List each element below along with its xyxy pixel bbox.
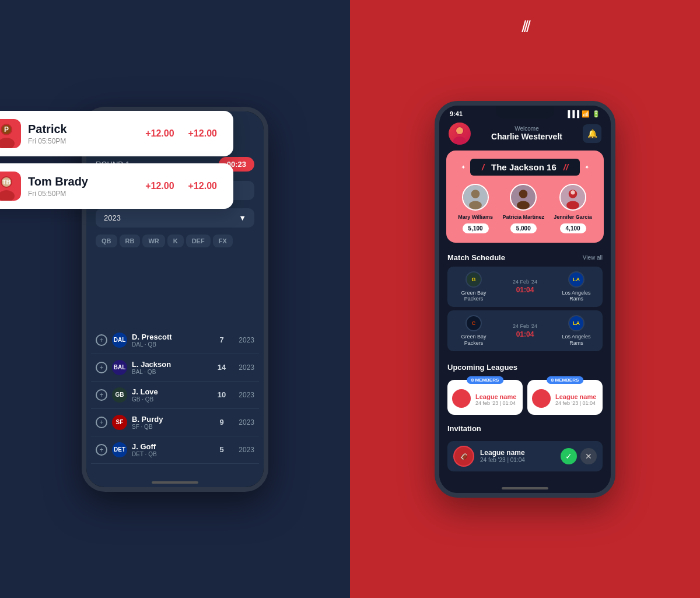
team-logo: SF (112, 415, 127, 430)
away-team: LA Los Angeles Rams (556, 315, 597, 347)
wifi-icon: 📶 (582, 110, 590, 118)
team-logo: LA (568, 315, 584, 331)
player-year: 2023 (233, 363, 254, 372)
section-header: Match Schedule View all (447, 253, 603, 262)
player-score-1: +12.00 (145, 128, 174, 139)
team-name: Green Bay Packers (453, 334, 494, 347)
player-team: DAL · QB (132, 341, 210, 348)
match-row[interactable]: G Green Bay Packers 24 Feb '24 01:04 LA … (447, 267, 603, 307)
player-team: DET · QB (132, 451, 210, 457)
player-card-brady[interactable]: TB Tom Brady Fri 05:50PM +12.00 +12.00 (0, 163, 233, 209)
svg-point-1 (0, 138, 15, 148)
member-score: 5,100 (463, 223, 489, 233)
leagues-row: 8 MEMBERS League name 24 feb '23 | 01:04… (439, 380, 611, 419)
pos-tab-fx[interactable]: FX (213, 235, 233, 247)
player-name: L. Jackson (132, 360, 210, 369)
svg-point-10 (456, 127, 463, 134)
member-avatar (462, 184, 489, 211)
add-player-button[interactable]: + (96, 444, 107, 456)
team-card: ✦ / The Jackson 16 // ✦ (446, 151, 604, 243)
battery-icon: 🔋 (592, 110, 600, 118)
star-left-icon: ✦ (461, 164, 466, 170)
section-title: Match Schedule (447, 253, 505, 262)
home-team: G Green Bay Packers (453, 271, 494, 303)
svg-text:TB: TB (2, 179, 11, 186)
svg-point-15 (519, 190, 528, 198)
player-number: 9 (215, 418, 229, 426)
year-dropdown[interactable]: 2023 ▼ (96, 208, 254, 228)
dropdown-arrow-icon: ▼ (239, 214, 246, 222)
section-title: Invitation (447, 424, 481, 433)
member-name: Jennifer Garcia (554, 214, 592, 220)
player-time: Fri 05:50PM (28, 190, 138, 198)
svg-point-13 (469, 201, 482, 209)
member-name: Mary Williams (458, 214, 493, 220)
league-logo (532, 389, 551, 408)
player-number: 7 (215, 335, 229, 344)
league-card[interactable]: 8 MEMBERS League name 24 feb '23 | 01:04 (527, 380, 603, 415)
table-row[interactable]: + SF B. Purdy SF · QB 9 2023 (91, 409, 259, 436)
player-info: Patrick Fri 05:50PM (28, 123, 138, 145)
left-panel: ‹ Select Team Player ROUND 1 00:23 Searc… (0, 0, 350, 598)
player-avatar: TB (0, 172, 21, 201)
player-number: 14 (215, 363, 229, 372)
reject-invitation-button[interactable]: ✕ (580, 448, 597, 464)
match-center: 24 Feb '24 01:04 (513, 323, 537, 338)
add-player-button[interactable]: + (96, 389, 107, 401)
home-indicator (502, 487, 548, 489)
pos-tab-wr[interactable]: WR (142, 235, 164, 247)
accept-invitation-button[interactable]: ✓ (561, 448, 577, 464)
view-all-link[interactable]: View all (583, 254, 603, 261)
league-card[interactable]: 8 MEMBERS League name 24 feb '23 | 01:04 (447, 380, 523, 415)
player-list: + DAL D. Prescott DAL · QB 7 2023 + BAL (86, 327, 264, 487)
add-player-button[interactable]: + (96, 362, 107, 373)
league-name: League name (555, 393, 596, 400)
invitation-section: Invitation (439, 419, 611, 441)
team-members: Mary Williams 5,100 Patricia Martine (453, 184, 597, 233)
table-row[interactable]: + DET J. Goff DET · QB 5 2023 (91, 436, 259, 464)
team-logo: DAL (112, 333, 127, 348)
team-logo: GB (112, 387, 127, 403)
table-row[interactable]: + DAL D. Prescott DAL · QB 7 2023 (91, 327, 259, 354)
invitation-info: League name 24 feb '23 | 01:04 (480, 449, 555, 463)
pos-tab-qb[interactable]: QB (96, 235, 117, 247)
upcoming-leagues-section: Upcoming Leagues (439, 358, 611, 380)
team-member: Mary Williams 5,100 (458, 184, 493, 233)
player-card-patrick[interactable]: P Patrick Fri 05:50PM +12.00 +12.00 (0, 111, 233, 156)
right-phone-screen: 9:41 ▐▐▐ 📶 🔋 Welcome (439, 106, 611, 493)
player-info: L. Jackson BAL · QB (132, 360, 210, 375)
pos-tab-rb[interactable]: RB (120, 235, 141, 247)
floating-player-cards: P Patrick Fri 05:50PM +12.00 +12.00 TB (0, 111, 233, 209)
table-row[interactable]: + GB J. Love GB · QB 10 2023 (91, 382, 259, 409)
add-player-button[interactable]: + (96, 334, 107, 346)
home-indicator (152, 481, 198, 484)
match-center: 24 Feb '24 01:04 (513, 279, 537, 294)
player-time: Fri 05:50PM (28, 137, 138, 145)
svg-point-12 (471, 190, 480, 198)
team-name: The Jackson 16 (491, 162, 556, 172)
team-logo: LA (568, 271, 584, 288)
pos-tab-k[interactable]: K (167, 235, 184, 247)
match-row[interactable]: C Green Bay Packers 24 Feb '24 01:04 LA … (447, 310, 603, 351)
player-year: 2023 (233, 391, 254, 399)
members-badge: 8 MEMBERS (467, 376, 504, 384)
player-year: 2023 (233, 418, 254, 426)
match-time: 01:04 (516, 330, 534, 338)
status-icons: ▐▐▐ 📶 🔋 (566, 110, 600, 118)
player-number: 10 (215, 390, 229, 399)
player-team: SF · QB (132, 424, 210, 430)
welcome-text: Welcome Charlie Westervelt (477, 125, 577, 141)
player-name: J. Goff (132, 442, 210, 451)
match-date: 24 Feb '24 (513, 323, 537, 329)
invitation-actions: ✓ ✕ (561, 448, 597, 464)
add-player-button[interactable]: + (96, 417, 107, 428)
table-row[interactable]: + BAL L. Jackson BAL · QB 14 2023 (91, 354, 259, 382)
member-avatar (510, 184, 537, 211)
player-name: D. Prescott (132, 333, 210, 341)
notification-bell-icon[interactable]: 🔔 (583, 124, 601, 143)
pos-tab-def[interactable]: DEF (186, 235, 211, 247)
invitation-date: 24 feb '23 | 01:04 (480, 457, 555, 463)
player-info: Tom Brady Fri 05:50PM (28, 175, 138, 198)
player-year: 2023 (233, 446, 254, 454)
team-name: Green Bay Packers (453, 290, 494, 303)
